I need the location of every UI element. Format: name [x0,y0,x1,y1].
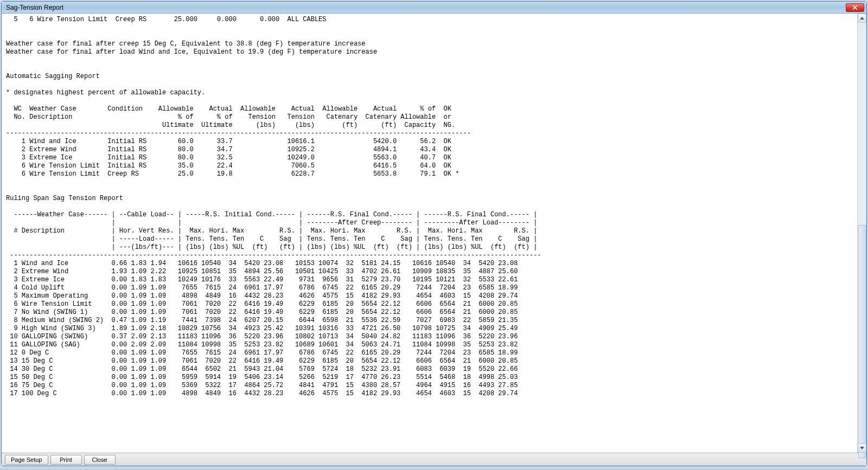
chevron-up-icon [860,17,864,20]
close-icon [852,5,858,10]
scroll-up-button[interactable] [858,14,866,23]
window-title: Sag-Tension Report [4,4,63,11]
scroll-thumb[interactable] [858,225,866,458]
page-setup-button[interactable]: Page Setup [5,455,48,465]
vertical-scrollbar[interactable] [857,14,866,453]
titlebar[interactable]: Sag-Tension Report [2,2,866,14]
footer-toolbar: Page Setup Print Close [2,453,866,466]
close-button[interactable]: Close [84,455,116,465]
content-wrap: 5 6 Wire Tension Limit Creep RS 25.000 0… [2,14,866,453]
chevron-down-icon [860,447,864,449]
print-button[interactable]: Print [50,455,82,465]
scroll-down-button[interactable] [858,443,866,453]
taskbar-strip [0,467,868,470]
close-window-button[interactable] [846,3,864,12]
report-window: Sag-Tension Report 5 6 Wire Tension Limi… [1,1,867,466]
report-text-area[interactable]: 5 6 Wire Tension Limit Creep RS 25.000 0… [2,14,857,453]
